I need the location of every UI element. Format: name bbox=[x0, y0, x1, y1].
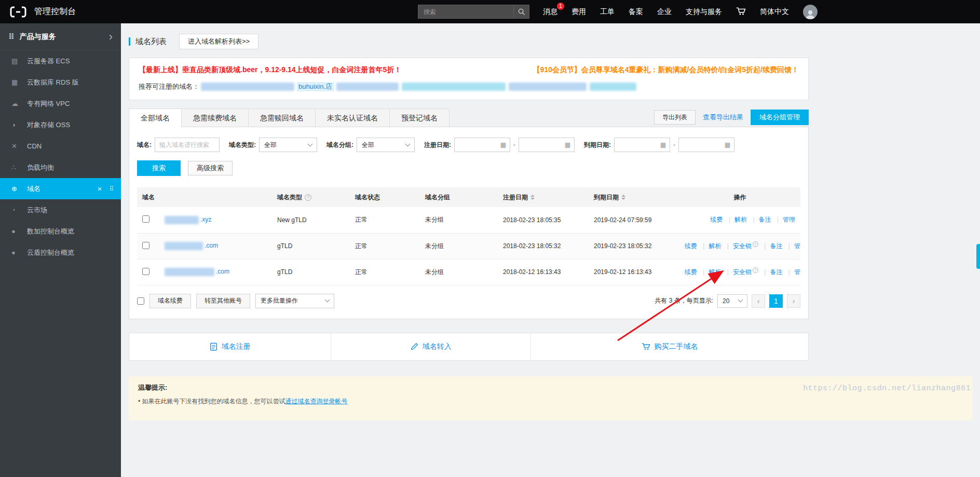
search-button[interactable]: 搜索 bbox=[137, 160, 181, 176]
sidebar-item-shujia-overview[interactable]: ● 数加控制台概览 bbox=[0, 221, 121, 242]
nav-icp-filing[interactable]: 备案 bbox=[629, 7, 643, 17]
domain-transfer-in-action[interactable]: 域名转入 bbox=[331, 333, 530, 360]
domain-list-panel: 域名: 域名类型: 全部 域名分组: 全部 注册日期: ▦ - ▦ 到期日期: … bbox=[129, 127, 809, 319]
close-icon[interactable]: × bbox=[97, 184, 102, 193]
recommend-domain-fragment[interactable]: buhuixin.店 bbox=[297, 82, 334, 91]
calendar-icon: ▦ bbox=[500, 142, 506, 148]
tab-preregistered[interactable]: 预登记域名 bbox=[389, 108, 450, 127]
header-operations-label: 操作 bbox=[734, 194, 746, 201]
domain-name-link[interactable]: .com bbox=[163, 242, 218, 249]
console-brand[interactable]: 管理控制台 bbox=[34, 6, 76, 17]
manage-link[interactable]: 管理 bbox=[784, 242, 800, 250]
sidebar-item-vpc[interactable]: ☁ 专有网络 VPC bbox=[0, 93, 121, 114]
tab-redeem-urgent[interactable]: 急需赎回域名 bbox=[248, 108, 316, 127]
sort-icon[interactable] bbox=[621, 195, 625, 200]
domain-type-select[interactable]: 全部 bbox=[259, 138, 317, 152]
remark-link[interactable]: 备注 bbox=[748, 216, 771, 223]
reg-date-start-input[interactable]: ▦ bbox=[454, 138, 510, 152]
avatar[interactable] bbox=[803, 5, 818, 19]
aliyun-logo[interactable] bbox=[9, 6, 27, 18]
nav-messages[interactable]: 消息 1 bbox=[543, 7, 557, 17]
reg-date-end-input[interactable]: ▦ bbox=[519, 138, 575, 152]
security-lock-link[interactable]: 安全锁 bbox=[723, 242, 758, 250]
advanced-search-button[interactable]: 高级搜索 bbox=[188, 161, 233, 175]
document-icon bbox=[210, 343, 217, 351]
topbar-nav: 消息 1 费用 工单 备案 企业 支持与服务 简体中文 bbox=[543, 5, 818, 19]
transfer-account-button[interactable]: 转至其他账号 bbox=[196, 294, 250, 308]
csdn-watermark: https://blog.csdn.net/lianzhang861 bbox=[803, 384, 971, 393]
expire-date-end-input[interactable]: ▦ bbox=[678, 138, 734, 152]
sidebar-header-label: 产品与服务 bbox=[20, 32, 56, 42]
reg-date-cell: 2018-02-23 18:05:32 bbox=[498, 233, 589, 259]
export-list-button[interactable]: 导出列表 bbox=[654, 110, 696, 125]
header-domain-status-label: 域名状态 bbox=[355, 194, 380, 201]
nav-billing[interactable]: 费用 bbox=[571, 7, 586, 17]
sidebar-item-marketplace[interactable]: ◔ 云市场 bbox=[0, 199, 121, 221]
tab-renew-urgent[interactable]: 急需续费域名 bbox=[181, 108, 249, 127]
prev-page-button[interactable]: ‹ bbox=[752, 294, 765, 308]
tab-unverified[interactable]: 未实名认证域名 bbox=[315, 108, 390, 127]
renew-link[interactable]: 续费 bbox=[685, 242, 697, 250]
batch-renew-button[interactable]: 域名续费 bbox=[149, 294, 191, 308]
sort-icon[interactable] bbox=[530, 195, 535, 200]
renew-link[interactable]: 续费 bbox=[711, 216, 723, 223]
remark-link[interactable]: 备注 bbox=[760, 268, 782, 276]
cart-icon[interactable] bbox=[736, 7, 746, 17]
page-size-select[interactable]: 20 bbox=[717, 294, 747, 308]
query-login-account-link[interactable]: 通过域名查询登录帐号 bbox=[285, 398, 348, 405]
nav-tickets[interactable]: 工单 bbox=[600, 7, 615, 17]
domain-transfer-in-label: 域名转入 bbox=[423, 342, 452, 351]
domain-register-action[interactable]: 域名注册 bbox=[129, 333, 331, 360]
dns-resolve-link[interactable]: 解析 bbox=[699, 242, 721, 250]
search-input[interactable] bbox=[418, 8, 513, 16]
sidebar-item-domains[interactable]: ⊕ 域名 × ⠿ bbox=[0, 178, 121, 199]
nav-enterprise[interactable]: 企业 bbox=[657, 7, 672, 17]
sidebar-item-ecs[interactable]: ▤ 云服务器 ECS bbox=[0, 50, 121, 72]
remark-link[interactable]: 备注 bbox=[760, 242, 782, 250]
drag-handle-icon[interactable]: ⠿ bbox=[109, 185, 114, 193]
next-page-button[interactable]: › bbox=[787, 294, 800, 308]
security-lock-link[interactable]: 安全锁 bbox=[723, 268, 758, 276]
table-row: .com gTLD 正常 未分组 2018-02-23 18:05:32 201… bbox=[137, 233, 800, 259]
censored-domain bbox=[165, 268, 214, 276]
dns-resolve-link[interactable]: 解析 bbox=[725, 216, 747, 223]
security-lock-label: 安全锁 bbox=[733, 268, 752, 276]
domain-group-manage-button[interactable]: 域名分组管理 bbox=[751, 110, 809, 125]
promo-right-text[interactable]: 【910会员节】会员尊享域名4重豪礼：新购满减/会员特价/白金词5折起/续费回馈… bbox=[533, 65, 799, 75]
sidebar-item-label: 云数据库 RDS 版 bbox=[27, 78, 79, 87]
current-page-button[interactable]: 1 bbox=[769, 294, 783, 308]
row-checkbox[interactable] bbox=[142, 242, 149, 249]
buy-secondhand-domain-action[interactable]: 购买二手域名 bbox=[530, 333, 808, 360]
expire-date-start-input[interactable]: ▦ bbox=[614, 138, 670, 152]
tab-all-domains[interactable]: 全部域名 bbox=[129, 108, 182, 127]
select-all-checkbox[interactable] bbox=[137, 297, 144, 305]
row-checkbox[interactable] bbox=[142, 268, 149, 275]
info-icon bbox=[753, 267, 758, 273]
sidebar-products-header[interactable]: ⠿ 产品与服务 › bbox=[0, 23, 121, 50]
domain-status-cell: 正常 bbox=[350, 233, 420, 259]
sidebar-item-rds[interactable]: ▦ 云数据库 RDS 版 bbox=[0, 72, 121, 93]
pencil-icon bbox=[411, 343, 418, 350]
language-switcher[interactable]: 简体中文 bbox=[760, 7, 789, 17]
goto-dns-list-button[interactable]: 进入域名解析列表>> bbox=[179, 34, 258, 49]
domain-name-link[interactable]: .com bbox=[163, 268, 229, 275]
sidebar-item-yundun-overview[interactable]: ● 云盾控制台概览 bbox=[0, 242, 121, 263]
domain-name-link[interactable]: .xyz bbox=[163, 216, 211, 223]
sidebar-item-oss[interactable]: ◑ 对象存储 OSS bbox=[0, 114, 121, 135]
promo-left-text[interactable]: 【最新上线】垂直品类新顶级域.beer，9.12-9.14上线短促，白金词注册首… bbox=[139, 65, 401, 75]
sidebar-item-cdn[interactable]: ✕ CDN bbox=[0, 135, 121, 157]
manage-link[interactable]: 管理 bbox=[784, 268, 800, 276]
nav-support[interactable]: 支持与服务 bbox=[686, 7, 722, 17]
search-icon[interactable] bbox=[513, 5, 529, 18]
more-batch-actions-select[interactable]: 更多批量操作 bbox=[255, 294, 334, 308]
row-checkbox[interactable] bbox=[142, 215, 149, 223]
renew-link[interactable]: 续费 bbox=[685, 268, 697, 276]
domain-search-input[interactable] bbox=[155, 138, 220, 152]
help-icon[interactable] bbox=[305, 194, 311, 201]
sidebar-item-slb[interactable]: ∴ 负载均衡 bbox=[0, 157, 121, 178]
manage-link[interactable]: 管理 bbox=[773, 216, 795, 223]
feedback-flap-button[interactable] bbox=[976, 244, 980, 269]
domain-group-select[interactable]: 全部 bbox=[357, 138, 415, 152]
view-export-result-link[interactable]: 查看导出结果 bbox=[703, 113, 743, 122]
dns-resolve-link-target[interactable]: 解析 bbox=[699, 268, 721, 276]
